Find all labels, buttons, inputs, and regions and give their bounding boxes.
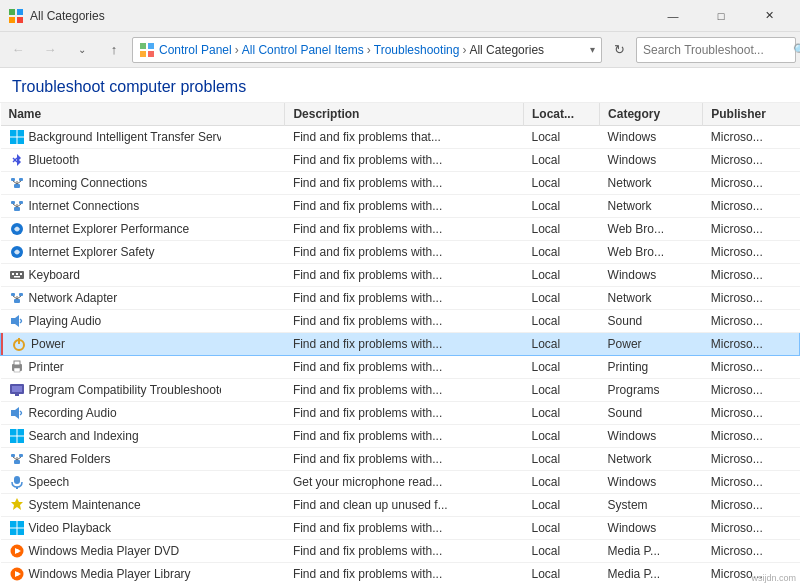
row-loc: Local (523, 287, 599, 310)
row-loc: Local (523, 471, 599, 494)
svg-line-16 (13, 181, 17, 184)
dropdown-button[interactable]: ⌄ (68, 36, 96, 64)
table-row[interactable]: Search and Indexing Find and fix problem… (1, 425, 800, 448)
row-name: Network Adapter (29, 291, 118, 305)
watermark: wsijdn.com (751, 573, 796, 583)
table-row[interactable]: Incoming Connections Find and fix proble… (1, 172, 800, 195)
row-name: Shared Folders (29, 452, 111, 466)
page-title: Troubleshoot computer problems (0, 68, 800, 103)
row-pub: Microso... (703, 287, 800, 310)
svg-rect-1 (17, 9, 23, 15)
breadcrumb-troubleshooting[interactable]: Troubleshooting (374, 43, 460, 57)
row-icon (9, 520, 25, 536)
breadcrumb-control-panel[interactable]: Control Panel (159, 43, 232, 57)
svg-line-55 (13, 457, 17, 460)
svg-rect-42 (14, 368, 20, 372)
table-row[interactable]: Recording Audio Find and fix problems wi… (1, 402, 800, 425)
table-row[interactable]: Internet Connections Find and fix proble… (1, 195, 800, 218)
row-icon (11, 336, 27, 352)
row-name: Keyboard (29, 268, 80, 282)
up-button[interactable]: ↑ (100, 36, 128, 64)
row-pub: Microso... (703, 448, 800, 471)
search-input[interactable] (643, 43, 793, 57)
table-row[interactable]: Network Adapter Find and fix problems wi… (1, 287, 800, 310)
table-row[interactable]: Shared Folders Find and fix problems wit… (1, 448, 800, 471)
col-header-desc[interactable]: Description (285, 103, 524, 126)
close-button[interactable]: ✕ (746, 0, 792, 32)
svg-rect-53 (19, 454, 23, 457)
svg-rect-6 (140, 51, 146, 57)
row-desc: Find and fix problems with... (285, 264, 524, 287)
svg-line-36 (17, 296, 21, 299)
col-header-pub[interactable]: Publisher (703, 103, 800, 126)
row-desc: Find and fix problems with... (285, 287, 524, 310)
row-icon (9, 451, 25, 467)
svg-rect-28 (16, 273, 18, 275)
row-desc: Find and fix problems with... (285, 402, 524, 425)
table-row[interactable]: Playing Audio Find and fix problems with… (1, 310, 800, 333)
table-row[interactable]: Program Compatibility Troubleshooter Fin… (1, 379, 800, 402)
row-icon (9, 566, 25, 582)
row-icon (9, 359, 25, 375)
row-pub: Microso... (703, 402, 800, 425)
row-icon (9, 290, 25, 306)
row-loc: Local (523, 149, 599, 172)
maximize-button[interactable]: □ (698, 0, 744, 32)
row-name: Background Intelligent Transfer Service (29, 130, 221, 144)
breadcrumb-current: All Categories (469, 43, 544, 57)
svg-rect-52 (11, 454, 15, 457)
table-row[interactable]: Windows Media Player DVD Find and fix pr… (1, 540, 800, 563)
table-row[interactable]: Internet Explorer Performance Find and f… (1, 218, 800, 241)
refresh-button[interactable]: ↻ (606, 37, 632, 63)
table-row[interactable]: Windows Media Player Library Find and fi… (1, 563, 800, 586)
row-loc: Local (523, 540, 599, 563)
svg-rect-2 (9, 17, 15, 23)
breadcrumb-all-items[interactable]: All Control Panel Items (242, 43, 364, 57)
breadcrumb-expand[interactable]: ▾ (590, 44, 595, 55)
table-row[interactable]: Bluetooth Find and fix problems with... … (1, 149, 800, 172)
col-header-loc[interactable]: Locat... (523, 103, 599, 126)
row-icon (9, 382, 25, 398)
svg-rect-31 (14, 299, 20, 303)
row-pub: Microso... (703, 172, 800, 195)
row-name: Internet Explorer Performance (29, 222, 190, 236)
row-loc: Local (523, 264, 599, 287)
table-row[interactable]: Speech Get your microphone read... Local… (1, 471, 800, 494)
row-name: Incoming Connections (29, 176, 148, 190)
svg-rect-8 (10, 130, 17, 137)
row-desc: Find and fix problems with... (285, 310, 524, 333)
row-pub: Microso... (703, 540, 800, 563)
row-name: Recording Audio (29, 406, 117, 420)
table-row[interactable]: System Maintenance Find and clean up unu… (1, 494, 800, 517)
row-icon (9, 497, 25, 513)
table-row[interactable]: Power Find and fix problems with... Loca… (1, 333, 800, 356)
items-table: Name Description Locat... Category Publi… (0, 103, 800, 585)
forward-button[interactable]: → (36, 36, 64, 64)
address-bar: ← → ⌄ ↑ Control Panel › All Control Pane… (0, 32, 800, 68)
table-row[interactable]: Internet Explorer Safety Find and fix pr… (1, 241, 800, 264)
table-container[interactable]: Name Description Locat... Category Publi… (0, 103, 800, 585)
back-button[interactable]: ← (4, 36, 32, 64)
row-loc: Local (523, 356, 599, 379)
col-header-name[interactable]: Name (1, 103, 285, 126)
row-desc: Find and fix problems with... (285, 195, 524, 218)
minimize-button[interactable]: — (650, 0, 696, 32)
row-cat: Windows (600, 264, 703, 287)
row-loc: Local (523, 379, 599, 402)
row-desc: Get your microphone read... (285, 471, 524, 494)
table-row[interactable]: Keyboard Find and fix problems with... L… (1, 264, 800, 287)
table-row[interactable]: Video Playback Find and fix problems wit… (1, 517, 800, 540)
row-desc: Find and clean up unused f... (285, 494, 524, 517)
col-header-cat[interactable]: Category (600, 103, 703, 126)
row-cat: Windows (600, 425, 703, 448)
svg-rect-4 (140, 43, 146, 49)
svg-rect-32 (11, 293, 15, 296)
table-row[interactable]: Background Intelligent Transfer Service … (1, 126, 800, 149)
table-row[interactable]: Printer Find and fix problems with... Lo… (1, 356, 800, 379)
row-pub: Microso... (703, 425, 800, 448)
row-desc: Find and fix problems with... (285, 149, 524, 172)
row-loc: Local (523, 172, 599, 195)
row-loc: Local (523, 425, 599, 448)
svg-rect-11 (17, 138, 24, 145)
svg-rect-45 (15, 394, 19, 396)
